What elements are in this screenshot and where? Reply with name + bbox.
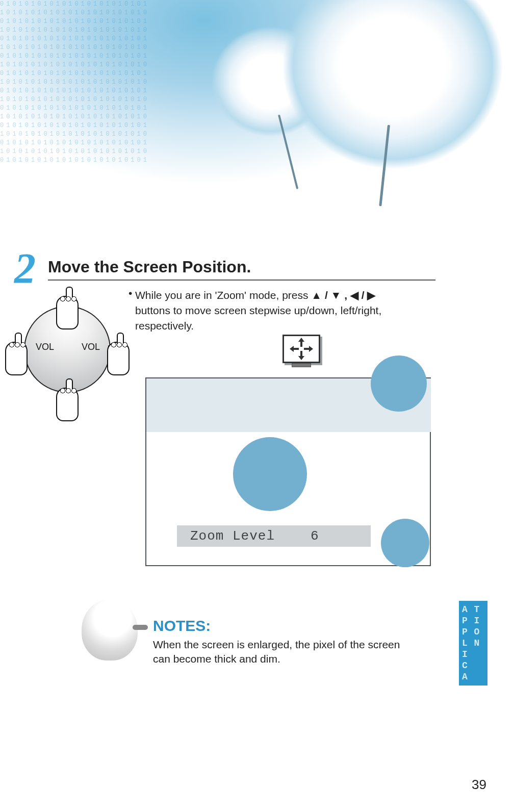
hand-right-icon — [107, 342, 130, 375]
hand-down-icon — [56, 388, 79, 421]
svg-marker-0 — [298, 338, 304, 347]
svg-marker-1 — [298, 351, 304, 360]
zoom-level-value: 6 — [311, 528, 319, 544]
notes-heading: NOTES: — [153, 617, 211, 635]
svg-marker-2 — [290, 346, 299, 352]
instruction-line: respectively. — [135, 318, 194, 334]
notes-body: When the screen is enlarged, the pixel o… — [153, 638, 418, 666]
instruction-text: respectively. — [135, 320, 194, 332]
step-title-rule — [48, 280, 435, 281]
header-dandelion-art: 010101010101010101010101 101010101010101… — [0, 0, 514, 209]
svg-marker-3 — [304, 346, 313, 352]
notes-character-illustration — [82, 599, 138, 661]
section-tab-application: A T P I P O L N I C A — [459, 601, 487, 686]
instruction-line: While you are in 'Zoom' mode, press ▲ / … — [135, 287, 375, 303]
instruction-text: While you are in 'Zoom' mode, press — [135, 289, 311, 301]
zoom-dot — [381, 519, 429, 567]
zoom-dot — [233, 437, 307, 511]
move-screen-icon — [282, 335, 320, 368]
zoom-level-label: Zoom Level — [190, 528, 275, 544]
instruction-text: buttons to move screen stepwise up/down,… — [135, 304, 381, 316]
hand-left-icon — [5, 342, 28, 375]
page-number: 39 — [472, 777, 486, 793]
instruction-bullet: • — [128, 287, 132, 299]
zoom-diagram: Zoom Level 6 — [145, 377, 431, 566]
dpad-illustration: VOL VOL — [6, 286, 128, 428]
step-number: 2 — [14, 247, 36, 290]
dpad-vol-left: VOL — [36, 342, 54, 352]
hand-up-icon — [56, 296, 79, 329]
zoom-level-bar: Zoom Level 6 — [177, 525, 371, 547]
instruction-arrows-icon: ▲ / ▼ , ◀ / ▶ — [311, 289, 375, 301]
step-title: Move the Screen Position. — [48, 258, 251, 276]
instruction-line: buttons to move screen stepwise up/down,… — [135, 302, 381, 318]
zoom-dot — [371, 356, 427, 412]
dpad-vol-right: VOL — [82, 342, 100, 352]
